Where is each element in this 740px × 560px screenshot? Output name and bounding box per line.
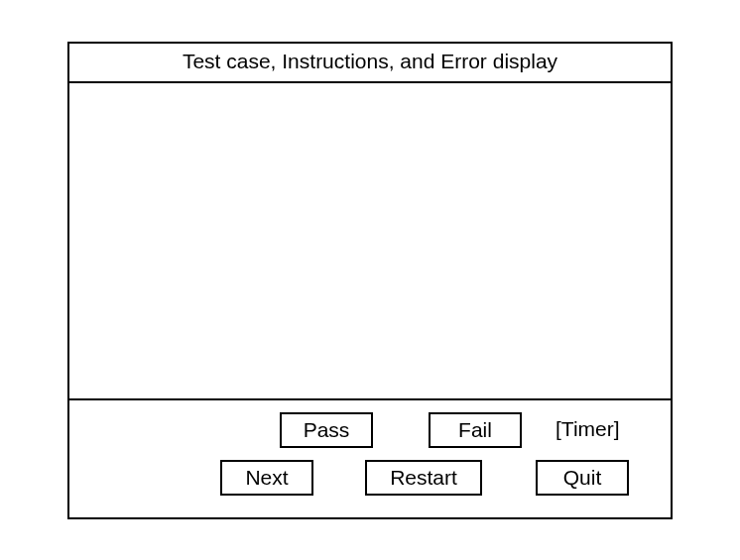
header-bar: Test case, Instructions, and Error displ… xyxy=(69,44,671,83)
restart-button[interactable]: Restart xyxy=(365,460,482,496)
next-button[interactable]: Next xyxy=(220,460,313,496)
quit-button[interactable]: Quit xyxy=(536,460,629,496)
controls-panel: Pass Fail [Timer] Next Restart Quit xyxy=(69,400,671,517)
timer-label: [Timer] xyxy=(555,417,620,441)
main-display-area xyxy=(69,83,671,400)
pass-button[interactable]: Pass xyxy=(280,412,373,448)
fail-button[interactable]: Fail xyxy=(429,412,522,448)
app-frame: Test case, Instructions, and Error displ… xyxy=(67,42,673,519)
header-title: Test case, Instructions, and Error displ… xyxy=(183,50,557,72)
